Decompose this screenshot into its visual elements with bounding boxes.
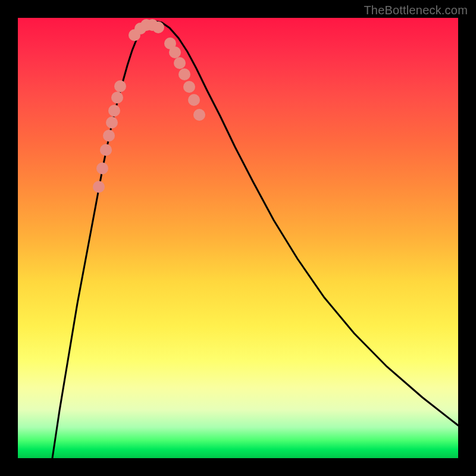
data-point	[111, 92, 123, 104]
data-point	[193, 109, 205, 121]
chart-svg	[18, 18, 458, 458]
watermark-text: TheBottleneck.com	[364, 4, 468, 17]
data-point	[183, 81, 195, 93]
data-point	[114, 80, 126, 92]
data-point	[96, 162, 108, 174]
data-point	[103, 130, 115, 142]
data-point	[169, 46, 181, 58]
data-point	[106, 117, 118, 129]
data-point	[178, 68, 190, 80]
data-point	[188, 94, 200, 106]
data-point	[93, 181, 105, 193]
data-point	[152, 21, 164, 33]
data-points-group	[93, 19, 205, 193]
data-point	[108, 105, 120, 117]
bottleneck-curve	[52, 21, 458, 458]
data-point	[174, 57, 186, 69]
data-point	[100, 144, 112, 156]
